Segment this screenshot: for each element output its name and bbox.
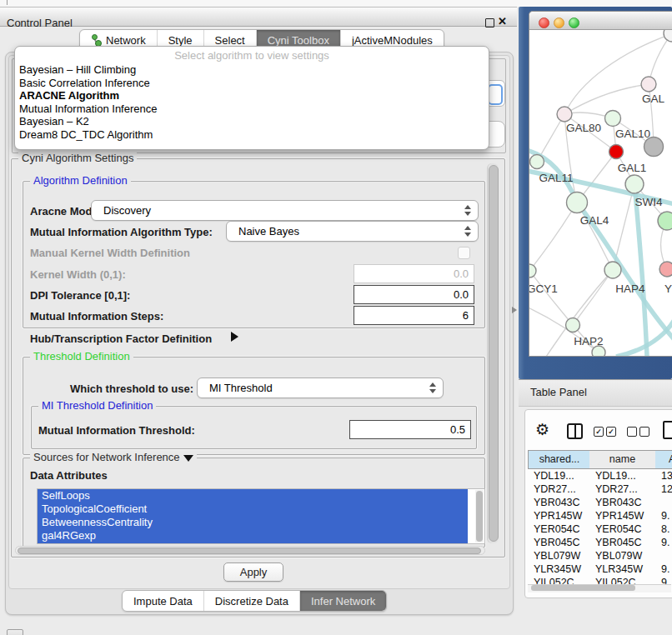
table-cell[interactable]: 9. [661, 536, 672, 549]
table-cell[interactable]: 12 [661, 482, 672, 496]
select-check-icon-2[interactable]: ✓ [606, 427, 616, 437]
settings-vscroll-thumb[interactable] [489, 165, 499, 542]
network-node-gal[interactable] [641, 77, 656, 92]
apply-button[interactable]: Apply [223, 562, 283, 582]
network-node-hap4[interactable] [604, 262, 621, 278]
network-node-y[interactable] [659, 262, 672, 277]
dpi-tolerance-field[interactable]: 0.0 [354, 285, 474, 304]
close-traffic-icon[interactable] [539, 18, 549, 28]
table-cell[interactable]: 8. [661, 522, 672, 536]
table-cell[interactable]: 9. [661, 576, 672, 584]
bottom-tab-impute-data[interactable]: Impute Data [123, 591, 204, 611]
algorithm-option[interactable]: ARACNE Algorithm [15, 89, 489, 102]
split-columns-icon[interactable] [567, 423, 583, 439]
close-icon[interactable]: ✕ [498, 15, 507, 28]
table-cell[interactable]: YDL19... [595, 469, 655, 482]
table-cell[interactable] [661, 549, 672, 562]
network-node[interactable] [644, 138, 664, 157]
network-node-gal10[interactable] [605, 111, 621, 127]
table-cell[interactable]: 13 [661, 469, 672, 482]
table-cell[interactable]: YER054C [534, 522, 589, 536]
bottom-tab-infer-network[interactable]: Infer Network [300, 591, 386, 611]
expand-arrow-icon[interactable] [231, 332, 238, 342]
algorithm-option[interactable]: Basic Correlation Inference [15, 77, 489, 90]
splitpane-collapse-icon[interactable] [512, 307, 517, 313]
table-cell[interactable]: YER054C [595, 522, 655, 536]
zoom-traffic-icon[interactable] [569, 18, 579, 28]
network-edge[interactable] [529, 271, 573, 325]
algorithm-option[interactable]: Mutual Information Inference [15, 102, 489, 116]
table-cell[interactable]: YIL052C [534, 576, 589, 584]
network-node-gal4[interactable] [567, 192, 588, 213]
table-cell[interactable]: YIL052C [595, 576, 655, 584]
table-cell[interactable]: YLR345W [595, 562, 655, 576]
bottom-tab-discretize-data[interactable]: Discretize Data [204, 591, 300, 611]
table-cell[interactable]: YBR043C [595, 496, 655, 509]
network-edge[interactable] [529, 202, 577, 271]
network-node-gal80[interactable] [557, 107, 572, 122]
page-icon[interactable] [663, 421, 672, 439]
table-cell[interactable]: YDR27... [595, 482, 655, 496]
algorithm-option[interactable]: Bayesian – Hill Climbing [15, 63, 489, 77]
column-header-A[interactable]: A [655, 450, 672, 469]
attributes-vscroll-thumb[interactable] [476, 491, 483, 542]
network-node-gal11[interactable] [530, 155, 544, 169]
settings-horizontal-scrollbar[interactable] [15, 546, 485, 555]
table-cell[interactable]: YLR345W [534, 562, 589, 576]
table-cell[interactable]: YDL19... [534, 469, 589, 482]
table-cell[interactable]: YPR145W [534, 509, 589, 522]
network-node[interactable] [592, 346, 605, 356]
deselect-check-icon-1[interactable] [627, 427, 637, 437]
float-window-icon[interactable] [485, 18, 494, 28]
column-header-shared[interactable]: shared... [528, 450, 591, 469]
settings-vertical-scrollbar[interactable] [487, 163, 499, 543]
table-cell[interactable] [661, 496, 672, 509]
table-cell[interactable]: 9. [661, 562, 672, 576]
network-node-swi4[interactable] [625, 175, 644, 193]
network-window-titlebar[interactable] [529, 12, 672, 30]
collapse-arrow-icon[interactable] [183, 455, 193, 462]
algorithm-option[interactable]: Bayesian – K2 [15, 115, 489, 128]
attribute-item[interactable]: BetweennessCentrality [38, 516, 468, 529]
network-edge[interactable] [573, 270, 613, 325]
data-attributes-list[interactable]: SelfLoopsTopologicalCoefficientBetweenne… [37, 488, 485, 544]
table-cell[interactable]: 9. [661, 509, 672, 522]
network-canvas[interactable]: GALGAL80GAL10GAL1GAL11SWI4GAL4GCY1HAP4YH… [529, 30, 672, 356]
aracne-mode-combo[interactable]: Discovery [91, 200, 479, 221]
network-node[interactable] [664, 30, 672, 42]
table-cell[interactable]: YBR043C [534, 496, 589, 509]
network-graph[interactable]: GALGAL80GAL10GAL1GAL11SWI4GAL4GCY1HAP4YH… [529, 30, 672, 356]
attribute-item[interactable]: gal4RGexp [38, 529, 468, 542]
settings-hscroll-thumb[interactable] [18, 548, 481, 554]
table-cell[interactable]: YBL079W [595, 549, 655, 562]
settings-gear-icon[interactable]: ⚙ [535, 420, 549, 439]
table-cell[interactable]: YDR27... [534, 482, 589, 496]
table-cell[interactable]: YBR045C [534, 536, 589, 549]
minimize-traffic-icon[interactable] [554, 18, 564, 28]
network-edge-highlighted[interactable] [634, 184, 647, 356]
mi-steps-field[interactable]: 6 [354, 306, 474, 325]
algorithm-option[interactable]: Dream8 DC_TDC Algorithm [15, 128, 489, 142]
attributes-vertical-scrollbar[interactable] [475, 490, 484, 542]
minimized-panel-icon[interactable] [7, 629, 23, 635]
manual-kernel-checkbox[interactable] [458, 247, 470, 259]
which-threshold-combo[interactable]: MI Threshold [197, 378, 444, 398]
mi-type-combo[interactable]: Naive Bayes [226, 221, 479, 242]
attribute-item[interactable]: TopologicalCoefficient [38, 502, 468, 516]
table-cell[interactable]: YBR045C [595, 536, 655, 549]
network-edge[interactable] [564, 84, 649, 114]
network-node-gal1[interactable] [609, 145, 624, 159]
attribute-item[interactable]: SelfLoops [38, 489, 468, 502]
deselect-check-icon-2[interactable] [639, 427, 649, 437]
network-node-hap2[interactable] [566, 318, 580, 332]
select-check-icon-1[interactable]: ✓ [594, 427, 604, 437]
kernel-width-field[interactable]: 0.0 [354, 264, 474, 283]
network-node-gcy1[interactable] [529, 264, 536, 278]
network-node[interactable] [658, 212, 672, 230]
mi-threshold-field[interactable]: 0.5 [349, 420, 471, 439]
column-header-name[interactable]: name [589, 450, 656, 469]
table-hscroll-thumb[interactable] [531, 585, 635, 591]
table-cell[interactable]: YPR145W [595, 509, 655, 522]
table-cell[interactable]: YBL079W [534, 549, 589, 562]
combo-spinner-focused[interactable] [488, 84, 503, 105]
